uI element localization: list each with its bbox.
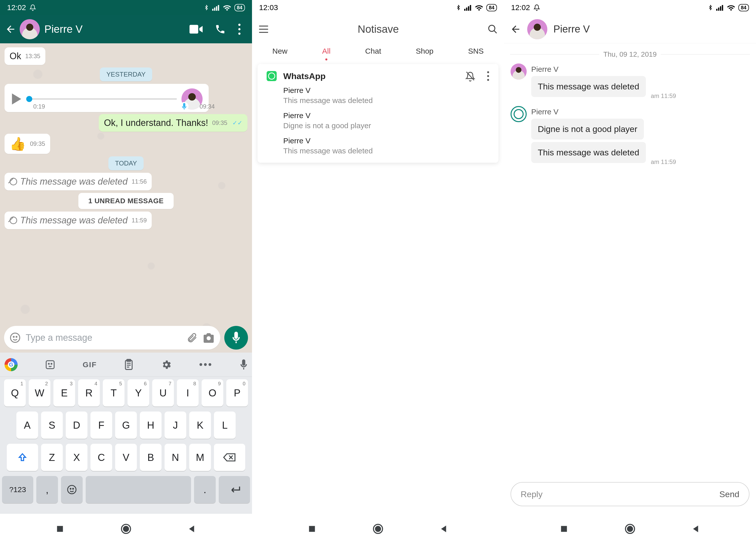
key-j[interactable]: J bbox=[165, 411, 186, 439]
gif-tool[interactable]: GIF bbox=[83, 360, 97, 369]
key-e[interactable]: 3E bbox=[53, 379, 75, 406]
contact-name[interactable]: Pierre V bbox=[44, 23, 183, 35]
key-k[interactable]: K bbox=[189, 411, 211, 439]
key-h[interactable]: H bbox=[140, 411, 162, 439]
sticker-tool[interactable] bbox=[45, 359, 55, 370]
nav-back[interactable] bbox=[187, 524, 197, 534]
message-out[interactable]: Ok, I understand. Thanks!09:35✓✓ bbox=[5, 114, 247, 132]
svg-point-22 bbox=[73, 488, 73, 489]
key-f[interactable]: F bbox=[90, 411, 112, 439]
key-shift[interactable] bbox=[7, 444, 38, 471]
message-deleted[interactable]: This message was deleted11:59 bbox=[5, 212, 247, 229]
saved-message[interactable]: This message was deleted bbox=[531, 76, 646, 97]
key-period[interactable]: . bbox=[194, 476, 216, 503]
svg-point-43 bbox=[627, 526, 633, 531]
video-call-button[interactable] bbox=[183, 21, 209, 38]
google-icon[interactable]: G bbox=[5, 358, 18, 371]
android-navbar bbox=[0, 514, 252, 544]
tab-shop[interactable]: Shop bbox=[416, 47, 433, 55]
status-bar: 12:02 84 bbox=[0, 0, 252, 15]
attach-button[interactable] bbox=[186, 332, 198, 343]
key-d[interactable]: D bbox=[66, 411, 87, 439]
tab-new[interactable]: New bbox=[272, 47, 288, 55]
sender-avatar bbox=[511, 64, 527, 80]
key-symbols[interactable]: ?123 bbox=[2, 476, 33, 503]
mic-fab[interactable] bbox=[224, 326, 248, 349]
key-b[interactable]: B bbox=[140, 444, 162, 471]
notification-item[interactable]: Pierre V Digne is not a good player bbox=[283, 111, 489, 130]
key-c[interactable]: C bbox=[90, 444, 112, 471]
tab-all[interactable]: All bbox=[322, 47, 330, 55]
key-t[interactable]: 5T bbox=[103, 379, 124, 406]
bluetooth-icon bbox=[708, 4, 713, 11]
key-enter[interactable] bbox=[219, 476, 250, 503]
tab-sns[interactable]: SNS bbox=[468, 47, 484, 55]
key-backspace[interactable] bbox=[214, 444, 245, 471]
notification-item[interactable]: Pierre V This message was deleted bbox=[283, 86, 489, 105]
key-y[interactable]: 6Y bbox=[128, 379, 149, 406]
message-in[interactable]: Ok13:35 bbox=[5, 47, 247, 65]
nav-recents[interactable] bbox=[307, 524, 317, 534]
key-r[interactable]: 4R bbox=[78, 379, 100, 406]
key-i[interactable]: 8I bbox=[177, 379, 199, 406]
search-button[interactable] bbox=[487, 24, 498, 35]
clipboard-tool[interactable] bbox=[124, 359, 134, 370]
key-w[interactable]: 2W bbox=[29, 379, 50, 406]
voice-seekbar[interactable] bbox=[26, 98, 177, 100]
voice-call-button[interactable] bbox=[209, 20, 232, 39]
emoji-button[interactable] bbox=[10, 332, 21, 343]
menu-button[interactable] bbox=[258, 25, 269, 33]
message-in[interactable]: 👍09:35 bbox=[5, 134, 247, 154]
nav-home[interactable] bbox=[624, 523, 636, 535]
mute-button[interactable] bbox=[465, 71, 475, 82]
back-button[interactable] bbox=[3, 21, 19, 37]
message-input[interactable]: Type a message bbox=[26, 332, 181, 343]
saved-message[interactable]: Digne is not a good player bbox=[531, 119, 644, 140]
back-button[interactable] bbox=[510, 24, 521, 35]
key-a[interactable]: A bbox=[16, 411, 38, 439]
key-comma[interactable]: , bbox=[36, 476, 58, 503]
key-q[interactable]: 1Q bbox=[4, 379, 26, 406]
play-button[interactable] bbox=[11, 92, 22, 106]
nav-home[interactable] bbox=[120, 523, 132, 535]
key-emoji[interactable] bbox=[61, 476, 83, 503]
key-s[interactable]: S bbox=[41, 411, 63, 439]
key-o[interactable]: 9O bbox=[202, 379, 223, 406]
saved-message[interactable]: This message was deleted bbox=[531, 142, 646, 163]
chat-body[interactable]: Ok13:35 YESTERDAY 0:1909:34 Ok, I unders… bbox=[0, 43, 252, 352]
notification-card[interactable]: WhatsApp Pierre V This message was delet… bbox=[258, 64, 498, 163]
key-l[interactable]: L bbox=[214, 411, 236, 439]
key-v[interactable]: V bbox=[115, 444, 137, 471]
card-more-button[interactable] bbox=[487, 71, 489, 81]
voice-message[interactable]: 0:1909:34 bbox=[5, 84, 247, 112]
nav-recents[interactable] bbox=[559, 524, 569, 534]
key-n[interactable]: N bbox=[165, 444, 186, 471]
svg-point-16 bbox=[51, 363, 52, 364]
nav-back[interactable] bbox=[691, 524, 701, 534]
nav-recents[interactable] bbox=[55, 524, 65, 534]
key-g[interactable]: G bbox=[115, 411, 137, 439]
message-deleted[interactable]: This message was deleted11:56 bbox=[5, 173, 247, 191]
key-m[interactable]: M bbox=[189, 444, 211, 471]
thread[interactable]: Pierre V This message was deleted am 11:… bbox=[504, 64, 756, 172]
send-button[interactable]: Send bbox=[719, 489, 739, 499]
key-space[interactable] bbox=[86, 476, 191, 503]
key-x[interactable]: X bbox=[66, 444, 87, 471]
nav-home[interactable] bbox=[372, 523, 384, 535]
camera-button[interactable] bbox=[203, 332, 215, 343]
tab-chat[interactable]: Chat bbox=[365, 47, 381, 55]
contact-avatar[interactable] bbox=[527, 19, 547, 39]
reply-input[interactable]: Reply bbox=[521, 489, 543, 499]
nav-back[interactable] bbox=[439, 524, 449, 534]
key-z[interactable]: Z bbox=[41, 444, 63, 471]
more-button[interactable] bbox=[232, 20, 247, 39]
settings-tool[interactable] bbox=[161, 359, 172, 370]
notification-item[interactable]: Pierre V This message was deleted bbox=[283, 137, 489, 155]
voice-type-tool[interactable] bbox=[240, 359, 247, 370]
more-tool[interactable]: ••• bbox=[199, 359, 213, 370]
app-bar: Notisave bbox=[252, 15, 504, 43]
key-p[interactable]: 0P bbox=[226, 379, 248, 406]
key-u[interactable]: 7U bbox=[152, 379, 174, 406]
clock: 12:02 bbox=[7, 3, 26, 12]
contact-avatar[interactable] bbox=[20, 19, 40, 39]
